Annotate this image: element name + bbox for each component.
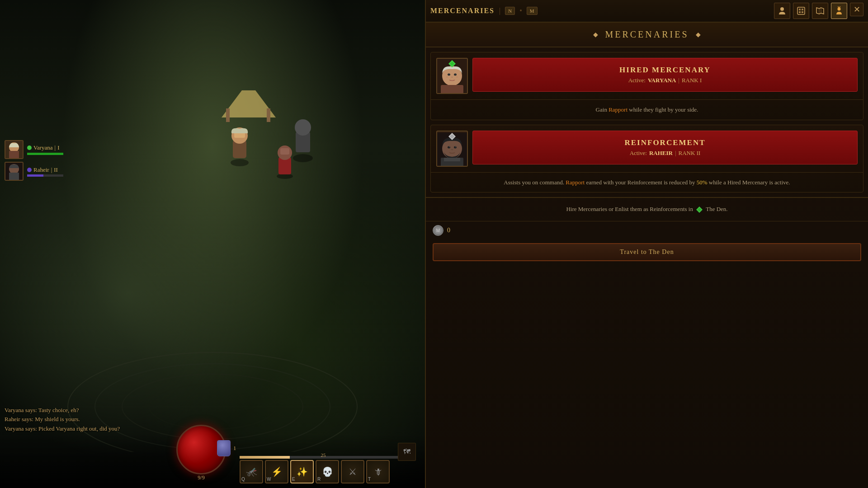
- svg-rect-28: [802, 9, 803, 10]
- skill-slot-e[interactable]: ✨ E: [290, 460, 314, 483]
- skill-slot-w[interactable]: ⚡ W: [265, 460, 288, 483]
- minimap-button[interactable]: 🗺: [398, 443, 416, 461]
- currency-icon: M: [433, 225, 443, 236]
- chat-line-2: Raheir says: My shield is yours.: [5, 415, 120, 424]
- svg-rect-18: [267, 108, 270, 122]
- svg-point-41: [454, 74, 457, 76]
- hud-right-buttons: 🗺: [398, 443, 416, 461]
- svg-point-13: [293, 154, 313, 162]
- svg-rect-26: [797, 7, 805, 14]
- close-button[interactable]: ✕: [850, 3, 863, 16]
- player-portraits: Varyana | I: [5, 140, 63, 183]
- svg-rect-30: [802, 11, 803, 13]
- skill-key-w: W: [267, 477, 271, 482]
- hired-merc-rank: RANK I: [682, 77, 702, 84]
- menu-icon-character[interactable]: [774, 3, 790, 19]
- reinforcement-card[interactable]: REINFORCEMENT Active: RAHEIR | RANK II A…: [430, 125, 863, 193]
- potion-key: 1: [233, 445, 236, 452]
- svg-rect-52: [444, 158, 460, 161]
- menu-icon-group: ✕: [774, 3, 863, 19]
- potion-icon[interactable]: [217, 440, 231, 456]
- portrait-row-raheir: Raheir | II: [5, 162, 63, 181]
- hired-merc-status-gem: [448, 60, 456, 69]
- menu-sep-1: |: [499, 7, 500, 15]
- reinforcement-name: RAHEIR: [649, 150, 673, 157]
- portrait-rank-varyana: |: [55, 144, 56, 151]
- xp-level: 25: [321, 452, 326, 458]
- svg-rect-17: [226, 108, 230, 122]
- svg-rect-42: [441, 85, 463, 94]
- skill-slot-r[interactable]: 💀 R: [316, 460, 339, 483]
- svg-point-48: [454, 146, 457, 148]
- menu-key-n[interactable]: N: [505, 7, 515, 15]
- menu-icon-map[interactable]: [812, 3, 828, 19]
- portrait-rank-sep-raheir: |: [51, 166, 52, 174]
- header-diamond-right: ◆: [696, 31, 701, 38]
- portrait-name-varyana: Varyana: [33, 144, 53, 151]
- svg-point-15: [295, 119, 311, 136]
- header-diamond-left: ◆: [593, 31, 598, 38]
- bottom-info: Hire Mercenaries or Enlist them as Reinf…: [426, 197, 868, 221]
- reinforcement-top: REINFORCEMENT Active: RAHEIR | RANK II: [431, 125, 863, 172]
- game-characters: [203, 90, 339, 271]
- reinforcement-sep: |: [675, 150, 676, 157]
- menu-bar-title: MERCENARIES: [430, 7, 495, 15]
- portrait-info-raheir: Raheir | II: [27, 166, 63, 177]
- xp-bar: 25: [240, 456, 407, 459]
- svg-point-49: [449, 146, 450, 147]
- reinforcement-portrait: [436, 131, 468, 167]
- skill-slot-t[interactable]: 🗡 T: [366, 460, 390, 483]
- portrait-rank-num-raheir: II: [54, 166, 58, 174]
- svg-rect-12: [280, 148, 289, 155]
- bottom-hud: 9/9 1 25 🦟 Q ⚡ W ✨ E: [0, 434, 425, 488]
- portrait-row-varyana: Varyana | I: [5, 140, 63, 159]
- svg-point-40: [448, 74, 450, 76]
- chat-line-3: Varyana says: Picked Varyana right out, …: [5, 424, 120, 434]
- panel-header-title: MERCENARIES: [605, 29, 689, 40]
- skill-key-r: R: [317, 477, 321, 482]
- reinforcement-type: REINFORCEMENT: [480, 138, 850, 147]
- svg-rect-29: [799, 11, 801, 13]
- reinforcement-rapport-highlight: Rapport: [566, 179, 585, 186]
- svg-rect-21: [9, 151, 19, 158]
- menu-icon-inventory[interactable]: [793, 3, 809, 19]
- hired-merc-sep: |: [678, 77, 679, 84]
- menu-icon-mercenaries[interactable]: [831, 3, 847, 19]
- hired-merc-top: HIRED MERCENARY Active: VARYANA | RANK I: [431, 52, 863, 99]
- svg-point-47: [448, 146, 450, 148]
- hired-merc-active-label: Active:: [628, 77, 646, 84]
- portrait-frame-raheir: [5, 162, 24, 181]
- portrait-info-varyana: Varyana | I: [27, 144, 63, 155]
- menu-key-m[interactable]: M: [527, 7, 538, 15]
- top-menu-bar: MERCENARIES | N • M: [426, 0, 868, 23]
- currency-row: M 0: [426, 221, 868, 239]
- bottom-info-after: .: [726, 206, 727, 212]
- portrait-rank-num-varyana: I: [57, 144, 59, 151]
- health-fill-varyana: [27, 153, 63, 155]
- bottom-info-den: The Den: [706, 206, 726, 212]
- skill-slot-q[interactable]: 🦟 Q: [240, 460, 263, 483]
- portrait-name-raheir: Raheir: [33, 166, 49, 174]
- bottom-info-text: Hire Mercenaries or Enlist them as Reinf…: [433, 205, 861, 214]
- health-bar-varyana: [27, 153, 63, 155]
- reinforcement-banner: REINFORCEMENT Active: RAHEIR | RANK II: [472, 131, 858, 164]
- potion-area: 1: [217, 440, 236, 456]
- skill-key-t: T: [368, 477, 371, 482]
- hired-merc-banner: HIRED MERCENARY Active: VARYANA | RANK I: [472, 58, 858, 92]
- mana-fill-raheir: [27, 174, 43, 177]
- hired-mercenary-card[interactable]: HIRED MERCENARY Active: VARYANA | RANK I…: [430, 52, 863, 120]
- reinforcement-desc: Assists you on command. Rapport earned w…: [431, 172, 863, 192]
- reinforcement-rank: RANK II: [679, 150, 701, 157]
- mana-bar-raheir: [27, 174, 63, 177]
- chat-log: Varyana says: Tasty choice, eh? Raheir s…: [5, 406, 120, 434]
- skill-key-e: E: [292, 477, 295, 482]
- hired-merc-type: HIRED MERCENARY: [480, 66, 850, 75]
- svg-rect-24: [9, 173, 19, 180]
- travel-to-den-button[interactable]: Travel to The Den: [433, 243, 861, 261]
- hired-merc-active-line: Active: VARYANA | RANK I: [480, 77, 850, 84]
- health-count: 9/9: [198, 474, 204, 481]
- skill-slot-extra1[interactable]: ⚔: [341, 460, 364, 483]
- xp-fill: [240, 456, 290, 459]
- svg-point-5: [231, 159, 249, 166]
- skill-bar: 🦟 Q ⚡ W ✨ E 💀 R ⚔ 🗡 T: [240, 460, 390, 483]
